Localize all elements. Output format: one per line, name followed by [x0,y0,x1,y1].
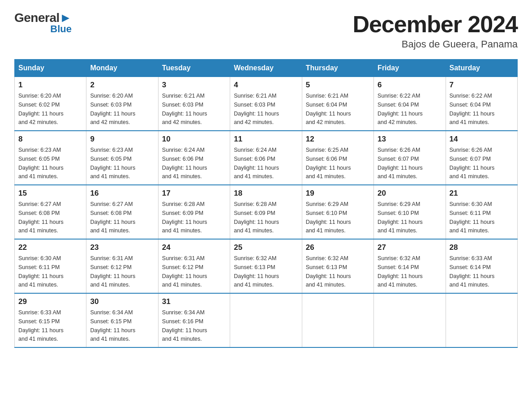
day-info: Sunrise: 6:34 AMSunset: 6:16 PMDaylight:… [162,309,207,342]
calendar-table: SundayMondayTuesdayWednesdayThursdayFrid… [14,59,518,348]
day-number: 3 [162,81,226,90]
title-block: December 2024 Bajos de Gueera, Panama [352,11,518,50]
day-number: 18 [234,189,298,198]
calendar-day-cell: 13 Sunrise: 6:26 AMSunset: 6:07 PMDaylig… [374,131,446,185]
day-number: 4 [234,81,298,90]
calendar-week-row: 29 Sunrise: 6:33 AMSunset: 6:15 PMDaylig… [15,293,518,347]
calendar-day-cell: 26 Sunrise: 6:32 AMSunset: 6:13 PMDaylig… [302,239,373,293]
logo-blue-text: Blue [14,23,72,35]
calendar-day-cell: 8 Sunrise: 6:23 AMSunset: 6:05 PMDayligh… [15,131,86,185]
day-number: 25 [234,243,298,252]
day-number: 12 [306,135,370,144]
calendar-day-cell [374,293,446,347]
day-info: Sunrise: 6:26 AMSunset: 6:07 PMDaylight:… [450,147,495,180]
day-of-week-header: Thursday [302,60,373,77]
day-number: 5 [306,81,370,90]
logo-triangle-icon: ► [60,11,72,25]
day-info: Sunrise: 6:32 AMSunset: 6:13 PMDaylight:… [306,255,351,288]
calendar-day-cell: 17 Sunrise: 6:28 AMSunset: 6:09 PMDaylig… [158,185,230,239]
calendar-day-cell: 10 Sunrise: 6:24 AMSunset: 6:06 PMDaylig… [158,131,230,185]
day-number: 6 [378,81,442,90]
day-number: 15 [18,189,82,198]
day-of-week-header: Sunday [15,60,86,77]
day-number: 17 [162,189,226,198]
calendar-day-cell: 11 Sunrise: 6:24 AMSunset: 6:06 PMDaylig… [230,131,302,185]
logo: General► Blue [14,11,72,35]
day-of-week-header: Monday [86,60,158,77]
day-number: 30 [90,297,154,306]
day-info: Sunrise: 6:28 AMSunset: 6:09 PMDaylight:… [234,201,279,234]
day-info: Sunrise: 6:30 AMSunset: 6:11 PMDaylight:… [18,255,64,288]
calendar-day-cell: 24 Sunrise: 6:31 AMSunset: 6:12 PMDaylig… [158,239,230,293]
calendar-header: SundayMondayTuesdayWednesdayThursdayFrid… [15,60,518,77]
day-info: Sunrise: 6:30 AMSunset: 6:11 PMDaylight:… [450,201,495,234]
day-info: Sunrise: 6:22 AMSunset: 6:04 PMDaylight:… [378,93,423,125]
day-number: 11 [234,135,298,144]
calendar-day-cell: 20 Sunrise: 6:29 AMSunset: 6:10 PMDaylig… [374,185,446,239]
calendar-day-cell: 5 Sunrise: 6:21 AMSunset: 6:04 PMDayligh… [302,77,373,131]
day-info: Sunrise: 6:32 AMSunset: 6:14 PMDaylight:… [378,255,423,288]
calendar-day-cell: 9 Sunrise: 6:23 AMSunset: 6:05 PMDayligh… [86,131,158,185]
calendar-day-cell [446,293,517,347]
day-info: Sunrise: 6:22 AMSunset: 6:04 PMDaylight:… [450,93,495,125]
day-info: Sunrise: 6:27 AMSunset: 6:08 PMDaylight:… [18,201,64,234]
day-info: Sunrise: 6:34 AMSunset: 6:15 PMDaylight:… [90,309,135,342]
day-info: Sunrise: 6:21 AMSunset: 6:04 PMDaylight:… [306,93,351,125]
day-of-week-header: Wednesday [230,60,302,77]
day-number: 10 [162,135,226,144]
day-info: Sunrise: 6:24 AMSunset: 6:06 PMDaylight:… [162,147,207,180]
day-number: 27 [378,243,442,252]
calendar-day-cell: 14 Sunrise: 6:26 AMSunset: 6:07 PMDaylig… [446,131,517,185]
calendar-day-cell: 16 Sunrise: 6:27 AMSunset: 6:08 PMDaylig… [86,185,158,239]
page-header: General► Blue December 2024 Bajos de Gue… [14,11,518,50]
day-number: 23 [90,243,154,252]
day-info: Sunrise: 6:27 AMSunset: 6:08 PMDaylight:… [90,201,135,234]
day-number: 28 [450,243,514,252]
day-number: 19 [306,189,370,198]
day-number: 24 [162,243,226,252]
day-info: Sunrise: 6:33 AMSunset: 6:14 PMDaylight:… [450,255,495,288]
day-of-week-header: Saturday [446,60,517,77]
day-info: Sunrise: 6:31 AMSunset: 6:12 PMDaylight:… [162,255,207,288]
day-number: 22 [18,243,82,252]
calendar-day-cell: 21 Sunrise: 6:30 AMSunset: 6:11 PMDaylig… [446,185,517,239]
day-info: Sunrise: 6:21 AMSunset: 6:03 PMDaylight:… [162,93,207,125]
calendar-week-row: 22 Sunrise: 6:30 AMSunset: 6:11 PMDaylig… [15,239,518,293]
day-of-week-header: Friday [374,60,446,77]
calendar-day-cell: 6 Sunrise: 6:22 AMSunset: 6:04 PMDayligh… [374,77,446,131]
calendar-day-cell: 31 Sunrise: 6:34 AMSunset: 6:16 PMDaylig… [158,293,230,347]
calendar-week-row: 1 Sunrise: 6:20 AMSunset: 6:02 PMDayligh… [15,77,518,131]
day-info: Sunrise: 6:32 AMSunset: 6:13 PMDaylight:… [234,255,279,288]
day-number: 31 [162,297,226,306]
day-number: 13 [378,135,442,144]
day-info: Sunrise: 6:20 AMSunset: 6:03 PMDaylight:… [90,93,135,125]
day-number: 16 [90,189,154,198]
calendar-body: 1 Sunrise: 6:20 AMSunset: 6:02 PMDayligh… [15,77,518,348]
calendar-day-cell: 30 Sunrise: 6:34 AMSunset: 6:15 PMDaylig… [86,293,158,347]
day-info: Sunrise: 6:29 AMSunset: 6:10 PMDaylight:… [378,201,423,234]
calendar-day-cell: 4 Sunrise: 6:21 AMSunset: 6:03 PMDayligh… [230,77,302,131]
calendar-day-cell: 1 Sunrise: 6:20 AMSunset: 6:02 PMDayligh… [15,77,86,131]
day-info: Sunrise: 6:23 AMSunset: 6:05 PMDaylight:… [90,147,135,180]
calendar-day-cell: 12 Sunrise: 6:25 AMSunset: 6:06 PMDaylig… [302,131,373,185]
day-number: 9 [90,135,154,144]
day-number: 8 [18,135,82,144]
day-info: Sunrise: 6:29 AMSunset: 6:10 PMDaylight:… [306,201,351,234]
day-info: Sunrise: 6:24 AMSunset: 6:06 PMDaylight:… [234,147,279,180]
day-info: Sunrise: 6:31 AMSunset: 6:12 PMDaylight:… [90,255,135,288]
day-number: 7 [450,81,514,90]
calendar-day-cell: 18 Sunrise: 6:28 AMSunset: 6:09 PMDaylig… [230,185,302,239]
calendar-day-cell: 23 Sunrise: 6:31 AMSunset: 6:12 PMDaylig… [86,239,158,293]
day-info: Sunrise: 6:20 AMSunset: 6:02 PMDaylight:… [18,93,64,125]
day-number: 1 [18,81,82,90]
calendar-day-cell: 27 Sunrise: 6:32 AMSunset: 6:14 PMDaylig… [374,239,446,293]
day-number: 21 [450,189,514,198]
day-info: Sunrise: 6:28 AMSunset: 6:09 PMDaylight:… [162,201,207,234]
calendar-day-cell: 22 Sunrise: 6:30 AMSunset: 6:11 PMDaylig… [15,239,86,293]
calendar-day-cell: 2 Sunrise: 6:20 AMSunset: 6:03 PMDayligh… [86,77,158,131]
calendar-day-cell [302,293,373,347]
day-info: Sunrise: 6:25 AMSunset: 6:06 PMDaylight:… [306,147,351,180]
day-number: 20 [378,189,442,198]
calendar-day-cell: 28 Sunrise: 6:33 AMSunset: 6:14 PMDaylig… [446,239,517,293]
calendar-day-cell: 29 Sunrise: 6:33 AMSunset: 6:15 PMDaylig… [15,293,86,347]
